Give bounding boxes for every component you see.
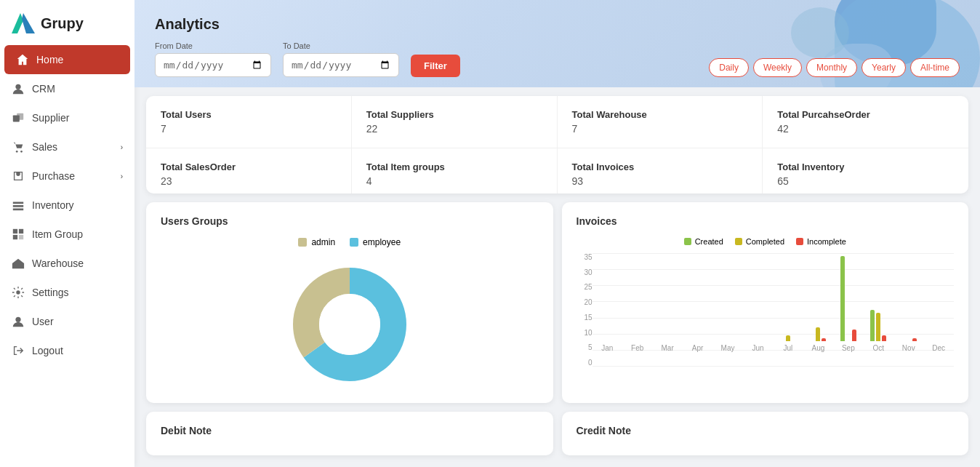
stats-section: Total Users 7Total Suppliers 22Total War… [146, 96, 968, 193]
svg-point-2 [15, 84, 20, 89]
svg-marker-0 [12, 13, 23, 33]
x-label-Apr: Apr [692, 344, 704, 352]
legend-admin: admin [298, 237, 335, 247]
svg-point-18 [319, 294, 380, 355]
sidebar-item-warehouse[interactable]: Warehouse [0, 249, 134, 278]
y-label: 10 [577, 329, 593, 337]
time-filter-weekly[interactable]: Weekly [753, 58, 802, 77]
x-label-Jun: Jun [752, 344, 763, 352]
purchase-icon [12, 169, 25, 183]
stat-card-7: Total Inventory 65 [763, 148, 968, 193]
sidebar-item-itemgroup[interactable]: Item Group [0, 220, 134, 249]
invoices-title: Invoices [577, 215, 955, 227]
sidebar-item-crm[interactable]: CRM [0, 74, 134, 103]
itemgroup-icon [12, 228, 25, 241]
bar-group-Mar: Mar [652, 242, 682, 352]
svg-point-14 [16, 290, 20, 294]
stat-label: Total Users [161, 109, 337, 120]
date-filter-row: From Date To Date Filter Daily Weekly Mo… [155, 41, 960, 77]
bar-incomplete-Sep [852, 330, 856, 341]
sidebar-label-settings: Settings [32, 287, 69, 298]
x-label-Dec: Dec [932, 344, 945, 352]
filter-button[interactable]: Filter [411, 55, 460, 77]
y-label: 35 [577, 253, 593, 261]
sidebar-label-sales: Sales [32, 141, 57, 153]
logout-icon [12, 344, 25, 357]
sidebar-item-purchase[interactable]: Purchase › [0, 161, 134, 191]
bar-group-Apr: Apr [683, 242, 712, 352]
svg-rect-4 [17, 113, 23, 120]
stat-card-6: Total Invoices 93 [558, 148, 763, 193]
sidebar-item-logout[interactable]: Logout [0, 336, 134, 365]
employee-dot [350, 238, 358, 247]
header-banner: Analytics From Date To Date Filter Daily… [134, 0, 980, 87]
bar-group-Oct: Oct [864, 242, 893, 352]
sidebar-item-supplier[interactable]: Supplier [0, 103, 134, 132]
admin-dot [298, 238, 307, 247]
to-date-label: To Date [283, 41, 399, 50]
page-title: Analytics [155, 16, 960, 33]
time-filter-alltime[interactable]: All-time [910, 58, 960, 77]
from-date-label: From Date [155, 41, 271, 50]
y-label: 20 [577, 298, 593, 306]
user-icon [12, 315, 25, 328]
stat-value: 7 [161, 123, 337, 135]
bar-group-Nov: Nov [893, 242, 923, 352]
donut-legend: admin employee [298, 237, 401, 247]
time-filter-daily[interactable]: Daily [709, 58, 749, 77]
time-filter-yearly[interactable]: Yearly [861, 58, 906, 77]
sales-icon [12, 140, 25, 153]
to-date-field: To Date [283, 41, 399, 77]
bar-group-Jul: Jul [773, 242, 803, 352]
employee-label: employee [363, 237, 401, 247]
stat-label: Total Suppliers [366, 109, 542, 120]
sidebar-label-supplier: Supplier [32, 112, 69, 124]
sidebar-label-purchase: Purchase [32, 170, 75, 182]
stat-value: 93 [572, 175, 748, 187]
main-content: Analytics From Date To Date Filter Daily… [134, 0, 980, 467]
logo-area: Grupy [0, 0, 134, 45]
time-filter-monthly[interactable]: Monthly [806, 58, 857, 77]
stat-label: Total Warehouse [572, 109, 748, 120]
svg-point-15 [15, 317, 20, 322]
bar-group-Aug: Aug [803, 242, 833, 352]
bar-completed-Aug [816, 327, 820, 341]
inventory-icon [12, 199, 25, 212]
stat-label: Total PurcahseOrder [777, 109, 954, 120]
invoices-card: Invoices Created Completed Incomplete 05… [562, 202, 969, 403]
sidebar-item-inventory[interactable]: Inventory [0, 191, 134, 220]
svg-rect-12 [13, 235, 17, 239]
stat-value: 65 [777, 175, 954, 187]
stat-value: 23 [161, 175, 337, 187]
sidebar-label-crm: CRM [32, 83, 55, 95]
charts-section: Users Groups admin employee [146, 202, 968, 403]
y-label: 15 [577, 314, 593, 322]
x-label-Aug: Aug [812, 344, 825, 352]
from-date-input[interactable] [155, 53, 271, 77]
svg-rect-7 [13, 202, 23, 204]
sidebar-item-sales[interactable]: Sales › [0, 132, 134, 161]
sidebar-label-itemgroup: Item Group [32, 228, 83, 240]
sidebar: Grupy Home CRM Supplier [0, 0, 134, 467]
to-date-input[interactable] [283, 53, 399, 77]
x-label-Jul: Jul [784, 344, 793, 352]
y-label: 5 [577, 343, 593, 351]
svg-marker-1 [22, 13, 35, 33]
users-groups-card: Users Groups admin employee [146, 202, 553, 403]
stat-label: Total Item groups [366, 161, 542, 172]
warehouse-icon [12, 257, 25, 270]
stat-value: 42 [777, 123, 954, 135]
sidebar-item-user[interactable]: User [0, 307, 134, 336]
sidebar-item-home[interactable]: Home [4, 45, 130, 74]
legend-employee: employee [350, 237, 401, 247]
stat-card-5: Total Item groups 4 [352, 148, 558, 193]
stat-value: 7 [572, 123, 748, 135]
x-label-Feb: Feb [631, 344, 643, 352]
sidebar-label-logout: Logout [32, 345, 63, 356]
sidebar-item-settings[interactable]: Settings [0, 278, 134, 307]
bar-incomplete-Nov [912, 338, 917, 341]
stat-label: Total Inventory [777, 161, 954, 172]
y-label: 0 [577, 359, 593, 367]
sidebar-label-warehouse: Warehouse [32, 258, 84, 269]
bar-group-Dec: Dec [923, 242, 953, 352]
